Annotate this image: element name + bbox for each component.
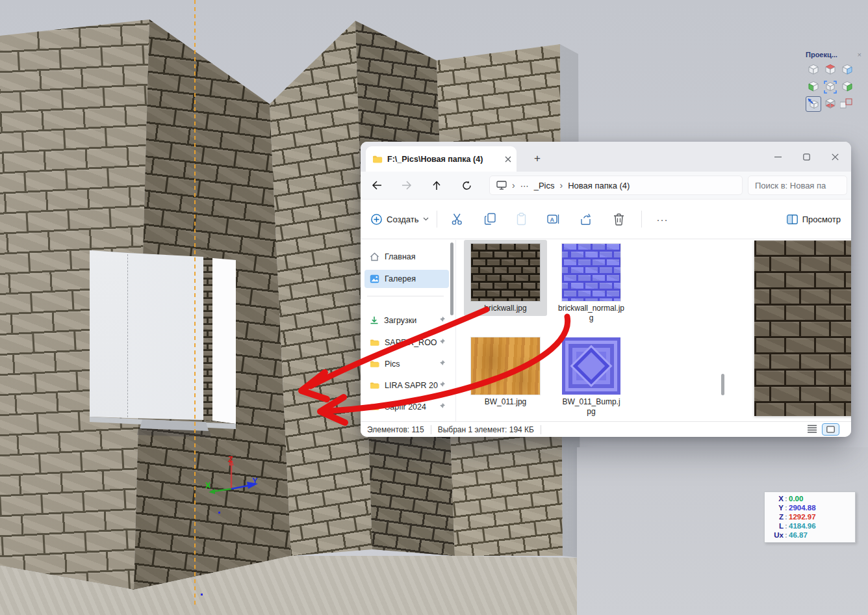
explorer-tab[interactable]: F:\_Pics\Новая папка (4) bbox=[366, 146, 517, 172]
folder-icon bbox=[372, 155, 383, 163]
items-count: Элементов: 115 bbox=[367, 425, 424, 434]
projection-left-button[interactable] bbox=[806, 79, 821, 95]
file-name: brickwall_normal.jpg bbox=[554, 304, 629, 326]
more-options-button[interactable]: ··· bbox=[650, 208, 674, 230]
svg-text:A: A bbox=[550, 216, 555, 223]
preview-pane-label: Просмотр bbox=[802, 215, 841, 224]
folder-icon bbox=[370, 339, 379, 347]
sidebar-item-sapfir-roo[interactable]: SAPFIR_ROO bbox=[364, 334, 449, 352]
projection-top-button[interactable] bbox=[823, 62, 838, 78]
file-list: brickwall.jpg brickwall_normal.jpg BW_01… bbox=[456, 240, 851, 421]
sidebar-item-gallery[interactable]: Галерея bbox=[364, 270, 449, 288]
create-new-label: Создать bbox=[387, 215, 418, 224]
cut-button[interactable] bbox=[445, 208, 470, 230]
breadcrumb-item-folder[interactable]: Новая папка (4) bbox=[568, 181, 630, 190]
projection-fit-button[interactable] bbox=[823, 79, 838, 95]
coord-y-value: 2904.88 bbox=[789, 503, 816, 512]
coord-ux-label: Ux bbox=[766, 530, 784, 540]
coord-ux-value: 46.87 bbox=[789, 530, 808, 540]
search-input[interactable]: Поиск в: Новая па bbox=[748, 176, 847, 195]
explorer-command-bar: Создать A ··· Просмотр bbox=[361, 199, 851, 239]
sidebar-item-sapfir-2024[interactable]: Sapfir 2024 bbox=[364, 398, 449, 416]
projections-panel-title: Проекц... bbox=[806, 51, 837, 59]
tab-close-icon[interactable] bbox=[505, 156, 511, 163]
panel-close-icon[interactable]: × bbox=[858, 51, 862, 59]
projection-right-button[interactable] bbox=[839, 79, 855, 95]
preview-columns-icon bbox=[787, 215, 798, 224]
folder-icon bbox=[370, 382, 379, 389]
this-pc-icon bbox=[496, 181, 507, 190]
chevron-down-icon bbox=[423, 217, 429, 221]
share-button[interactable] bbox=[574, 208, 598, 230]
pin-icon bbox=[439, 316, 446, 323]
delete-button[interactable] bbox=[606, 208, 631, 230]
coord-x-label: X bbox=[766, 494, 784, 503]
explorer-titlebar[interactable]: F:\_Pics\Новая папка (4) + bbox=[361, 142, 851, 172]
explorer-sidebar: Главная Галерея Загрузки SAPFIR_ROO bbox=[361, 240, 455, 421]
status-divider bbox=[541, 425, 541, 434]
bump-thumbnail bbox=[562, 337, 620, 395]
new-tab-button[interactable]: + bbox=[528, 150, 546, 168]
create-new-button[interactable]: Создать bbox=[371, 214, 429, 225]
file-explorer-window: F:\_Pics\Новая папка (4) + › ··· _Pics ›… bbox=[361, 142, 851, 437]
folder-icon bbox=[370, 403, 379, 411]
brickwall-thumbnail bbox=[471, 244, 540, 301]
projection-isometric-button[interactable] bbox=[806, 62, 821, 78]
maximize-button[interactable] bbox=[795, 148, 817, 165]
projection-copy-view-button[interactable] bbox=[839, 96, 855, 112]
file-tile-brickwall[interactable]: brickwall.jpg bbox=[464, 240, 547, 316]
coord-y-label: Y bbox=[766, 503, 784, 512]
sapfir-3d-viewport: Z X Y F:\_Pics\Новая папка (4) + › ··· bbox=[0, 0, 868, 615]
rename-button[interactable]: A bbox=[541, 208, 566, 230]
projections-panel: Проекц... × bbox=[806, 51, 862, 112]
download-icon bbox=[370, 316, 379, 325]
plus-circle-icon bbox=[371, 214, 382, 225]
sidebar-item-downloads[interactable]: Загрузки bbox=[364, 311, 449, 330]
coord-z-label: Z bbox=[766, 512, 784, 521]
file-name: brickwall.jpg bbox=[464, 304, 547, 316]
file-tile-bw011-bump[interactable]: BW_011_Bump.jpg bbox=[550, 334, 633, 419]
copy-button[interactable] bbox=[478, 208, 502, 230]
refresh-button[interactable] bbox=[457, 176, 476, 195]
coord-x-value: 0.00 bbox=[789, 494, 803, 503]
node-marker bbox=[218, 512, 220, 514]
back-button[interactable] bbox=[367, 176, 387, 195]
pin-icon bbox=[439, 402, 446, 410]
up-button[interactable] bbox=[427, 176, 446, 195]
forward-button[interactable] bbox=[397, 176, 416, 195]
sidebar-scrollbar[interactable] bbox=[450, 242, 453, 315]
breadcrumb-ellipsis[interactable]: ··· bbox=[520, 181, 529, 190]
home-icon bbox=[370, 252, 379, 261]
coord-z-value: 1292.97 bbox=[789, 512, 816, 521]
sidebar-item-pics[interactable]: Pics bbox=[364, 355, 449, 373]
projection-perspective-button[interactable] bbox=[806, 96, 821, 112]
toolbar-divider bbox=[641, 211, 642, 228]
breadcrumb[interactable]: › ··· _Pics › Новая папка (4) bbox=[489, 176, 743, 195]
toolbar-divider bbox=[437, 211, 437, 228]
minimize-button[interactable] bbox=[767, 148, 789, 165]
wood-thumbnail bbox=[471, 337, 540, 395]
pin-icon bbox=[439, 381, 446, 388]
details-view-button[interactable] bbox=[807, 424, 817, 435]
coordinates-panel: X:0.00 Y:2904.88 Z:1292.97 L:4184.96 Ux:… bbox=[764, 491, 856, 543]
paste-button[interactable] bbox=[510, 208, 535, 230]
pin-icon bbox=[439, 360, 446, 367]
gallery-icon bbox=[370, 274, 379, 283]
file-name: BW_011_Bump.jpg bbox=[557, 397, 625, 419]
selection-info: Выбран 1 элемент: 194 КБ bbox=[438, 425, 534, 434]
file-list-scrollbar[interactable] bbox=[721, 374, 724, 395]
breadcrumb-item-pics[interactable]: _Pics bbox=[534, 181, 555, 190]
file-tile-bw011[interactable]: BW_011.jpg bbox=[464, 334, 547, 410]
large-icons-view-button[interactable] bbox=[822, 423, 839, 436]
construction-axis-line bbox=[194, 0, 196, 608]
close-button[interactable] bbox=[824, 148, 846, 165]
pin-icon bbox=[439, 338, 446, 345]
projection-front-button[interactable] bbox=[839, 62, 855, 78]
file-tile-brickwall-normal[interactable]: brickwall_normal.jpg bbox=[550, 240, 633, 326]
sidebar-item-home[interactable]: Главная bbox=[364, 248, 449, 266]
explorer-address-bar: › ··· _Pics › Новая папка (4) Поиск в: Н… bbox=[361, 172, 851, 199]
projection-bottom-button[interactable] bbox=[823, 96, 838, 112]
sidebar-item-lira-sapr[interactable]: LIRA SAPR 20 bbox=[364, 376, 449, 395]
coord-l-value: 4184.96 bbox=[789, 521, 816, 530]
preview-pane-toggle[interactable]: Просмотр bbox=[787, 215, 841, 224]
